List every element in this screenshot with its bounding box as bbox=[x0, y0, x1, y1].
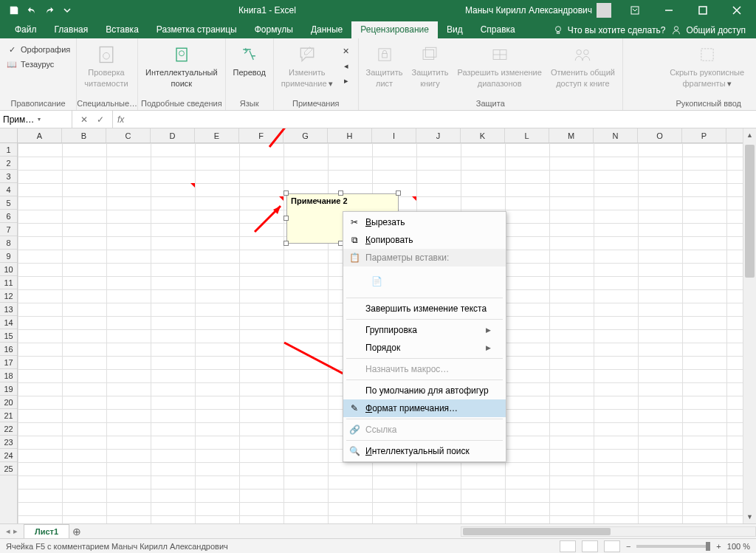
row-header[interactable]: 6 bbox=[0, 210, 17, 223]
menu-cut[interactable]: ✂ Вырезать bbox=[343, 213, 506, 231]
col-header[interactable]: H bbox=[328, 128, 372, 142]
fx-label[interactable]: fx bbox=[113, 111, 128, 128]
spellcheck-button[interactable]: ✓ Орфография bbox=[4, 43, 72, 56]
row-header[interactable]: 16 bbox=[0, 343, 17, 356]
menu-group[interactable]: Группировка▶ bbox=[343, 321, 506, 339]
scroll-down-button[interactable]: ▼ bbox=[743, 510, 756, 523]
scroll-thumb[interactable] bbox=[745, 145, 755, 278]
row-header[interactable]: 22 bbox=[0, 422, 17, 436]
col-header[interactable]: P bbox=[682, 128, 726, 142]
delete-comment-button[interactable]: ✕ bbox=[339, 44, 354, 58]
row-header[interactable]: 19 bbox=[0, 382, 17, 396]
smart-lookup-button[interactable]: Интеллектуальный поиск bbox=[142, 41, 220, 88]
row-header[interactable]: 9 bbox=[0, 250, 17, 263]
tab-file[interactable]: Файл bbox=[6, 21, 46, 38]
close-button[interactable] bbox=[721, 0, 753, 21]
undo-button[interactable] bbox=[24, 2, 40, 18]
zoom-in-button[interactable]: + bbox=[716, 542, 721, 551]
tab-data[interactable]: Данные bbox=[302, 21, 351, 38]
row-header[interactable]: 3 bbox=[0, 170, 17, 183]
name-box[interactable]: Примеча… ▾ bbox=[0, 111, 72, 128]
horizontal-scrollbar[interactable] bbox=[461, 526, 756, 537]
row-header[interactable]: 25 bbox=[0, 462, 17, 475]
minimize-button[interactable] bbox=[653, 0, 685, 21]
formula-input[interactable] bbox=[128, 111, 756, 128]
share-button[interactable]: Общий доступ bbox=[671, 25, 746, 35]
sheet-tab[interactable]: Лист1 bbox=[24, 524, 69, 538]
row-header[interactable]: 18 bbox=[0, 369, 17, 382]
col-header[interactable]: J bbox=[416, 128, 461, 142]
row-header[interactable]: 14 bbox=[0, 316, 17, 329]
tab-help[interactable]: Справка bbox=[472, 21, 524, 38]
col-header[interactable]: M bbox=[549, 128, 594, 142]
row-header[interactable]: 21 bbox=[0, 409, 17, 422]
tab-review[interactable]: Рецензирование bbox=[351, 21, 438, 38]
scroll-up-button[interactable]: ▲ bbox=[743, 128, 756, 142]
row-header[interactable]: 7 bbox=[0, 223, 17, 236]
add-sheet-button[interactable]: ⊕ bbox=[69, 526, 84, 537]
col-header[interactable]: A bbox=[18, 128, 62, 142]
protect-workbook-button[interactable]: Защититькнигу bbox=[409, 41, 452, 88]
hide-ink-button[interactable]: Скрыть рукописные фрагменты▾ bbox=[667, 41, 747, 88]
next-comment-button[interactable]: ▸ bbox=[339, 74, 354, 87]
menu-copy[interactable]: ⧉ Копировать bbox=[343, 231, 506, 249]
zoom-slider[interactable] bbox=[636, 545, 710, 548]
cancel-formula-button[interactable]: ✕ bbox=[77, 114, 92, 125]
thesaurus-button[interactable]: 📖 Тезаурус bbox=[4, 58, 72, 71]
zoom-out-button[interactable]: − bbox=[626, 542, 630, 551]
col-header[interactable]: N bbox=[594, 128, 638, 142]
protect-sheet-button[interactable]: Защититьлист bbox=[363, 41, 406, 88]
col-header[interactable]: L bbox=[505, 128, 549, 142]
col-header[interactable]: C bbox=[106, 128, 151, 142]
menu-exit-edit[interactable]: Завершить изменение текста bbox=[343, 300, 506, 317]
tell-me[interactable]: Что вы хотите сделать? bbox=[553, 25, 666, 35]
row-header[interactable]: 15 bbox=[0, 329, 17, 343]
menu-smart-lookup[interactable]: 🔍 Интеллектуальный поиск bbox=[343, 442, 506, 460]
spreadsheet-grid[interactable]: ABCDEFGHIJKLMNOP 12345678910111213141516… bbox=[0, 128, 756, 523]
vertical-scrollbar[interactable]: ▲ ▼ bbox=[743, 128, 756, 523]
row-header[interactable]: 11 bbox=[0, 276, 17, 289]
save-button[interactable] bbox=[6, 2, 22, 18]
row-header[interactable]: 1 bbox=[0, 143, 17, 157]
row-header[interactable]: 13 bbox=[0, 303, 17, 316]
menu-order[interactable]: Порядок▶ bbox=[343, 339, 506, 357]
menu-format-comment[interactable]: ✎ Формат примечания… bbox=[343, 399, 506, 417]
sheet-nav[interactable]: ◂▸ bbox=[0, 526, 24, 536]
view-normal-button[interactable] bbox=[560, 540, 576, 552]
menu-default-autoshape[interactable]: По умолчанию для автофигур bbox=[343, 382, 506, 399]
enter-formula-button[interactable]: ✓ bbox=[93, 114, 108, 125]
tab-layout[interactable]: Разметка страницы bbox=[148, 21, 246, 38]
row-header[interactable]: 12 bbox=[0, 289, 17, 303]
col-header[interactable]: D bbox=[151, 128, 195, 142]
row-header[interactable]: 5 bbox=[0, 196, 17, 210]
user-account[interactable]: Маныч Кирилл Александрович bbox=[459, 3, 617, 18]
hscroll-thumb[interactable] bbox=[463, 528, 611, 535]
row-header[interactable]: 2 bbox=[0, 157, 17, 170]
row-headers[interactable]: 1234567891011121314151617181920212223242… bbox=[0, 143, 18, 523]
translate-button[interactable]: Перевод bbox=[230, 41, 269, 78]
accessibility-button[interactable]: Проверка читаемости bbox=[81, 41, 131, 88]
tab-insert[interactable]: Вставка bbox=[97, 21, 148, 38]
col-header[interactable]: E bbox=[195, 128, 239, 142]
tab-view[interactable]: Вид bbox=[438, 21, 472, 38]
col-header[interactable]: I bbox=[372, 128, 416, 142]
tab-formulas[interactable]: Формулы bbox=[246, 21, 302, 38]
row-header[interactable]: 20 bbox=[0, 396, 17, 409]
redo-button[interactable] bbox=[41, 2, 58, 18]
row-header[interactable]: 8 bbox=[0, 236, 17, 250]
col-header[interactable]: O bbox=[638, 128, 682, 142]
maximize-button[interactable] bbox=[687, 0, 719, 21]
view-page-break-button[interactable] bbox=[604, 540, 620, 552]
zoom-level[interactable]: 100 % bbox=[727, 542, 750, 551]
row-header[interactable]: 4 bbox=[0, 183, 17, 196]
ribbon-options-button[interactable] bbox=[619, 0, 651, 21]
prev-comment-button[interactable]: ◂ bbox=[339, 59, 354, 72]
row-header[interactable]: 17 bbox=[0, 356, 17, 369]
col-header[interactable]: B bbox=[62, 128, 106, 142]
allow-edit-ranges-button[interactable]: Разрешить изменениедиапазонов bbox=[454, 41, 544, 88]
unshare-button[interactable]: Отменить общийдоступ к книге bbox=[548, 41, 618, 88]
select-all-corner[interactable] bbox=[0, 128, 18, 143]
row-header[interactable]: 24 bbox=[0, 449, 17, 462]
qat-customize-button[interactable] bbox=[59, 2, 75, 18]
edit-comment-button[interactable]: Изменить примечание▾ bbox=[278, 41, 336, 88]
